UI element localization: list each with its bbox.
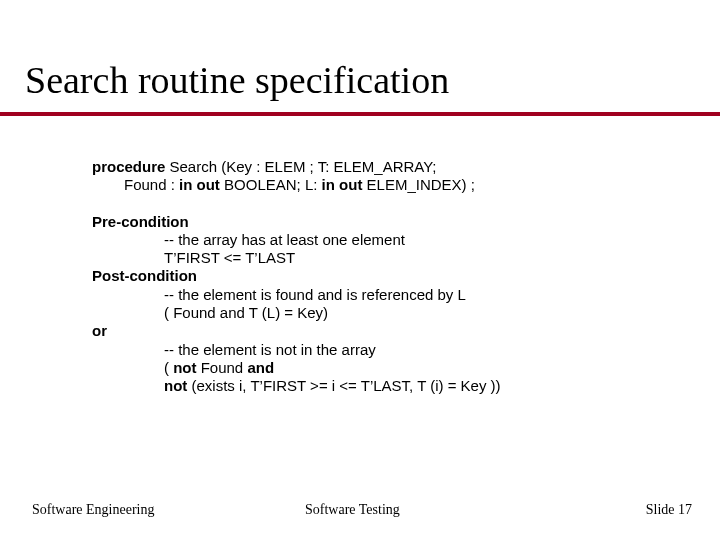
title-underline <box>0 112 720 116</box>
sig-2a: Found : <box>124 176 179 193</box>
footer-center: Software Testing <box>305 502 400 518</box>
kw-not-1: not <box>173 359 196 376</box>
post-c-expr: not (exists i, T’FIRST >= i <= T’LAST, T… <box>92 377 652 395</box>
signature-line-2: Found : in out BOOLEAN; L: in out ELEM_I… <box>92 176 652 194</box>
signature-line-1: procedure Search (Key : ELEM ; T: ELEM_A… <box>92 158 652 176</box>
slide: Search routine specification procedure S… <box>0 0 720 540</box>
postcondition-label: Post-condition <box>92 267 652 285</box>
footer-left: Software Engineering <box>32 502 154 518</box>
post-a-expr: ( Found and T (L) = Key) <box>92 304 652 322</box>
slide-body: procedure Search (Key : ELEM ; T: ELEM_A… <box>92 158 652 396</box>
pc-b: (exists i, T’FIRST >= i <= T’LAST, T (i)… <box>187 377 500 394</box>
or-connector: or <box>92 322 652 340</box>
gap <box>92 195 652 213</box>
slide-title: Search routine specification <box>25 58 449 102</box>
pre-expr: T’FIRST <= T’LAST <box>92 249 652 267</box>
post-a-comment: -- the element is found and is reference… <box>92 286 652 304</box>
kw-inout-1: in out <box>179 176 220 193</box>
kw-and: and <box>247 359 274 376</box>
footer-right: Slide 17 <box>646 502 692 518</box>
sig-2e: ELEM_INDEX) ; <box>362 176 475 193</box>
kw-inout-2: in out <box>322 176 363 193</box>
kw-not-2: not <box>164 377 187 394</box>
post-b-comment: -- the element is not in the array <box>92 341 652 359</box>
kw-procedure: procedure <box>92 158 165 175</box>
pb-c: Found <box>197 359 248 376</box>
sig-2c: BOOLEAN; L: <box>220 176 322 193</box>
precondition-label: Pre-condition <box>92 213 652 231</box>
post-b-expr: ( not Found and <box>92 359 652 377</box>
pre-comment: -- the array has at least one element <box>92 231 652 249</box>
sig-rest-1: Search (Key : ELEM ; T: ELEM_ARRAY; <box>165 158 436 175</box>
pb-a: ( <box>164 359 173 376</box>
